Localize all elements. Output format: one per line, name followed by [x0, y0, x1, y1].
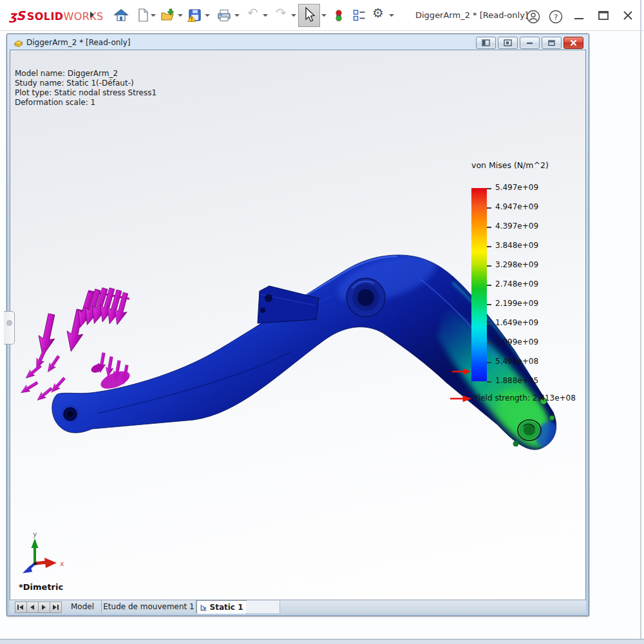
- redo-dropdown-icon[interactable]: [291, 14, 296, 17]
- app-window-right-edge: [640, 0, 641, 644]
- redo-icon[interactable]: ↷: [276, 5, 287, 21]
- minimize-window-icon[interactable]: [571, 8, 587, 23]
- close-window-icon[interactable]: [620, 8, 636, 23]
- model-name-line: Model name: DiggerArm_2: [15, 69, 156, 79]
- cursor-icon: [299, 5, 318, 25]
- pane-split-icon: [498, 37, 517, 48]
- document-title: DiggerArm_2 * [Read-only]: [26, 38, 130, 47]
- study-name-line: Study name: Static 1(-Défaut-): [15, 79, 156, 88]
- account-icon[interactable]: [526, 9, 541, 24]
- open-file-icon[interactable]: [160, 8, 175, 23]
- open-file-dropdown-icon[interactable]: [178, 14, 183, 17]
- home-icon[interactable]: [113, 8, 129, 23]
- tab-static-study[interactable]: Static 1: [196, 600, 247, 614]
- model-canvas[interactable]: y x: [10, 50, 585, 600]
- top-bracket: [258, 286, 319, 323]
- restore-doc-icon: [542, 37, 561, 48]
- undo-dropdown-icon[interactable]: [263, 14, 268, 17]
- solidworks-logo: ʒSSOLIDWORKS: [9, 8, 104, 23]
- settings-dropdown-icon[interactable]: [389, 14, 394, 17]
- show-left-pane-button[interactable]: [476, 37, 496, 49]
- tab-scroll-first-button[interactable]: [15, 601, 27, 613]
- svg-text:?: ?: [554, 12, 558, 22]
- configuration-tabbar: Model Etude de mouvement 1 Static 1: [10, 600, 586, 614]
- show-right-pane-button[interactable]: [498, 37, 518, 49]
- minimize-doc-icon: [520, 37, 539, 48]
- app-title: DiggerArm_2 * [Read-only]: [415, 10, 528, 20]
- tab-spacer: [246, 601, 280, 613]
- axis-y-label: y: [33, 530, 37, 538]
- digger-arm-model[interactable]: [52, 244, 562, 451]
- part-file-icon: [14, 38, 24, 48]
- print-dropdown-icon[interactable]: [234, 14, 240, 17]
- interference-light-icon[interactable]: [331, 8, 346, 23]
- load-arrows[interactable]: [19, 287, 133, 403]
- view-orientation-label: *Dimetric: [19, 582, 63, 592]
- settings-gear-icon[interactable]: ⚙: [372, 5, 384, 21]
- graphics-viewport[interactable]: y x Model name: DiggerArm_2 Study name: …: [10, 50, 586, 600]
- document-titlebar[interactable]: DiggerArm_2 * [Read-only]: [10, 35, 586, 50]
- minimize-doc-button[interactable]: [520, 37, 540, 49]
- tab-model[interactable]: Model: [64, 600, 102, 613]
- tab-motion-study[interactable]: Etude de mouvement 1: [102, 600, 196, 613]
- document-window: DiggerArm_2 * [Read-only]: [6, 33, 589, 616]
- pane-left-icon: [477, 37, 495, 48]
- print-icon[interactable]: [216, 8, 232, 23]
- clevis-hole: [62, 406, 79, 422]
- tab-scroll-last-button[interactable]: [50, 601, 62, 613]
- tab-static-label: Static 1: [210, 603, 243, 612]
- save-dropdown-icon[interactable]: [205, 14, 210, 17]
- app-window-bottom-edge: [0, 639, 644, 644]
- close-doc-button[interactable]: [564, 37, 583, 49]
- tab-scroll-prev-button[interactable]: [26, 601, 39, 613]
- select-tool-dropdown-icon[interactable]: [321, 14, 327, 17]
- new-document-dropdown-icon[interactable]: [151, 14, 156, 17]
- app-toolbar: ʒSSOLIDWORKS ↶ ↷: [0, 0, 644, 31]
- pane-handle-knob: [6, 320, 12, 326]
- select-tool-button[interactable]: [298, 4, 320, 27]
- tab-scroll-next-button[interactable]: [38, 601, 50, 613]
- axis-x-label: x: [60, 560, 64, 568]
- brand-flyout-arrow-icon[interactable]: [90, 12, 94, 18]
- 3ds-logo-icon: ʒS: [9, 8, 24, 23]
- static-study-icon: [200, 604, 207, 611]
- help-icon[interactable]: ?: [548, 9, 564, 24]
- options-list-icon[interactable]: [352, 8, 367, 23]
- restore-doc-button[interactable]: [542, 37, 562, 49]
- undo-icon[interactable]: ↶: [247, 5, 258, 21]
- save-icon[interactable]: [187, 8, 202, 23]
- pivot-boss: [346, 278, 385, 317]
- new-document-icon[interactable]: [135, 8, 151, 23]
- deformation-scale-line: Deformation scale: 1: [15, 98, 156, 108]
- plot-type-line: Plot type: Static nodal stress Stress1: [15, 88, 156, 98]
- close-doc-icon: [564, 37, 583, 48]
- plot-header: Model name: DiggerArm_2 Study name: Stat…: [15, 69, 156, 108]
- feature-pane-handle[interactable]: [4, 311, 15, 345]
- orientation-triad: y x: [23, 530, 64, 573]
- maximize-window-icon[interactable]: [595, 8, 612, 23]
